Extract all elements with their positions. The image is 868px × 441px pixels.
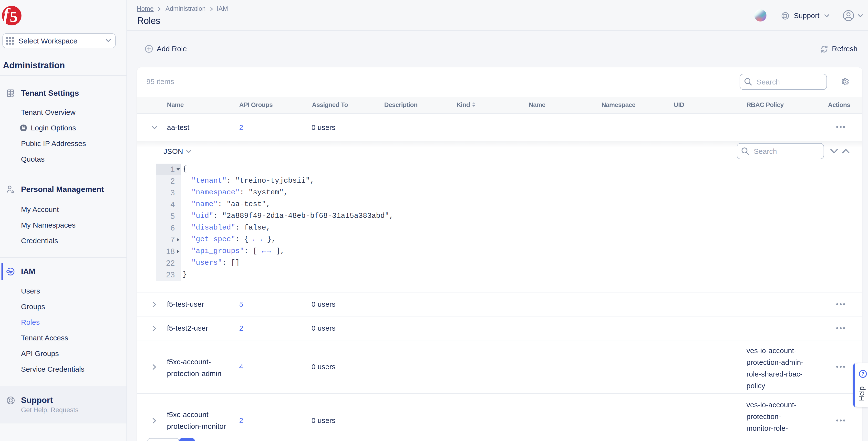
- svg-text:5: 5: [10, 8, 18, 25]
- svg-text:?: ?: [861, 371, 864, 377]
